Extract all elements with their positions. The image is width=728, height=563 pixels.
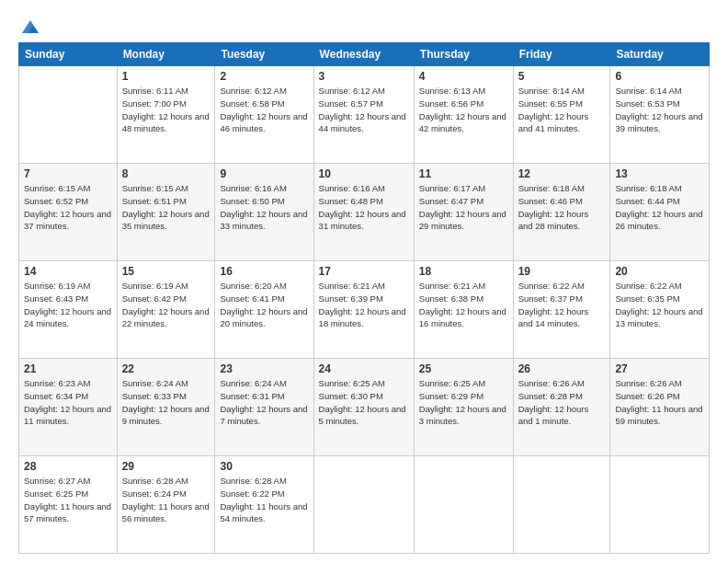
sunset-text: Sunset: 6:56 PM (419, 98, 508, 110)
daylight-text: Daylight: 11 hours and 56 minutes. (122, 500, 210, 526)
calendar-cell: 16Sunrise: 6:20 AMSunset: 6:41 PMDayligh… (215, 261, 313, 359)
calendar-cell: 11Sunrise: 6:17 AMSunset: 6:47 PMDayligh… (414, 164, 513, 261)
calendar-header: SundayMondayTuesdayWednesdayThursdayFrid… (19, 43, 710, 66)
sunset-text: Sunset: 6:48 PM (319, 195, 409, 208)
sunrise-text: Sunrise: 6:12 AM (319, 85, 409, 98)
cell-detail: Sunrise: 6:20 AMSunset: 6:41 PMDaylight:… (220, 280, 308, 330)
sunrise-text: Sunrise: 6:27 AM (24, 475, 112, 488)
day-number: 25 (419, 362, 508, 375)
sunrise-text: Sunrise: 6:11 AM (122, 85, 210, 98)
cell-detail: Sunrise: 6:16 AMSunset: 6:50 PMDaylight:… (220, 182, 308, 233)
cell-detail: Sunrise: 6:26 AMSunset: 6:28 PMDaylight:… (518, 377, 606, 428)
sunset-text: Sunset: 6:24 PM (122, 488, 210, 500)
calendar-cell: 23Sunrise: 6:24 AMSunset: 6:31 PMDayligh… (215, 359, 313, 456)
calendar-cell: 28Sunrise: 6:27 AMSunset: 6:25 PMDayligh… (19, 456, 118, 554)
calendar-cell: 12Sunrise: 6:18 AMSunset: 6:46 PMDayligh… (513, 164, 610, 261)
daylight-text: Daylight: 12 hours and 11 minutes. (24, 403, 112, 429)
daylight-text: Daylight: 12 hours and 41 minutes. (518, 110, 606, 136)
sunset-text: Sunset: 6:44 PM (615, 195, 704, 208)
calendar-cell (414, 456, 513, 554)
calendar-cell: 1Sunrise: 6:11 AMSunset: 7:00 PMDaylight… (117, 66, 215, 164)
daylight-text: Daylight: 12 hours and 37 minutes. (24, 208, 112, 234)
day-number: 14 (24, 265, 112, 278)
calendar-cell: 15Sunrise: 6:19 AMSunset: 6:42 PMDayligh… (117, 261, 215, 359)
day-number: 12 (518, 167, 606, 180)
calendar-cell: 27Sunrise: 6:26 AMSunset: 6:26 PMDayligh… (610, 359, 710, 456)
calendar-cell (610, 456, 710, 554)
sunrise-text: Sunrise: 6:26 AM (518, 377, 606, 390)
weekday-header-wednesday: Wednesday (313, 43, 414, 66)
calendar-cell: 26Sunrise: 6:26 AMSunset: 6:28 PMDayligh… (513, 359, 610, 456)
cell-detail: Sunrise: 6:28 AMSunset: 6:22 PMDaylight:… (220, 475, 308, 525)
cell-detail: Sunrise: 6:18 AMSunset: 6:46 PMDaylight:… (518, 182, 606, 233)
weekday-header-friday: Friday (513, 43, 610, 66)
sunrise-text: Sunrise: 6:23 AM (24, 377, 112, 390)
day-number: 3 (319, 70, 409, 83)
sunrise-text: Sunrise: 6:28 AM (122, 475, 210, 488)
daylight-text: Daylight: 11 hours and 54 minutes. (220, 500, 308, 526)
cell-detail: Sunrise: 6:25 AMSunset: 6:29 PMDaylight:… (419, 377, 508, 428)
daylight-text: Daylight: 12 hours and 29 minutes. (419, 208, 508, 234)
calendar-cell: 29Sunrise: 6:28 AMSunset: 6:24 PMDayligh… (117, 456, 215, 554)
daylight-text: Daylight: 12 hours and 46 minutes. (220, 110, 308, 136)
calendar-cell: 2Sunrise: 6:12 AMSunset: 6:58 PMDaylight… (215, 66, 313, 164)
calendar-week-row: 7Sunrise: 6:15 AMSunset: 6:52 PMDaylight… (19, 164, 710, 261)
sunset-text: Sunset: 6:47 PM (419, 195, 508, 208)
day-number: 2 (220, 70, 308, 83)
calendar-page: SundayMondayTuesdayWednesdayThursdayFrid… (0, 0, 728, 563)
sunrise-text: Sunrise: 6:14 AM (615, 85, 704, 98)
cell-detail: Sunrise: 6:16 AMSunset: 6:48 PMDaylight:… (319, 182, 409, 233)
sunrise-text: Sunrise: 6:25 AM (419, 377, 508, 390)
sunrise-text: Sunrise: 6:12 AM (220, 85, 308, 98)
daylight-text: Daylight: 12 hours and 31 minutes. (319, 208, 409, 234)
sunrise-text: Sunrise: 6:17 AM (419, 182, 508, 195)
day-number: 24 (319, 362, 409, 375)
calendar-week-row: 28Sunrise: 6:27 AMSunset: 6:25 PMDayligh… (19, 456, 710, 554)
sunrise-text: Sunrise: 6:15 AM (24, 182, 112, 195)
sunset-text: Sunset: 6:37 PM (518, 293, 606, 305)
sunrise-text: Sunrise: 6:15 AM (122, 182, 210, 195)
calendar-cell: 24Sunrise: 6:25 AMSunset: 6:30 PMDayligh… (313, 359, 414, 456)
cell-detail: Sunrise: 6:11 AMSunset: 7:00 PMDaylight:… (122, 85, 210, 135)
sunrise-text: Sunrise: 6:18 AM (518, 182, 606, 195)
calendar-cell: 19Sunrise: 6:22 AMSunset: 6:37 PMDayligh… (513, 261, 610, 359)
sunset-text: Sunset: 6:31 PM (220, 390, 308, 403)
weekday-header-monday: Monday (117, 43, 215, 66)
sunset-text: Sunset: 6:53 PM (615, 98, 704, 110)
sunset-text: Sunset: 6:42 PM (122, 293, 210, 305)
daylight-text: Daylight: 12 hours and 28 minutes. (518, 208, 606, 234)
calendar-cell: 22Sunrise: 6:24 AMSunset: 6:33 PMDayligh… (117, 359, 215, 456)
day-number: 4 (419, 70, 508, 83)
calendar-cell: 7Sunrise: 6:15 AMSunset: 6:52 PMDaylight… (19, 164, 118, 261)
daylight-text: Daylight: 11 hours and 59 minutes. (615, 403, 704, 429)
daylight-text: Daylight: 12 hours and 35 minutes. (122, 208, 210, 234)
daylight-text: Daylight: 12 hours and 24 minutes. (24, 305, 112, 331)
day-number: 18 (419, 265, 508, 278)
sunset-text: Sunset: 6:38 PM (419, 293, 508, 305)
calendar-cell: 10Sunrise: 6:16 AMSunset: 6:48 PMDayligh… (313, 164, 414, 261)
logo-icon (20, 17, 40, 37)
sunset-text: Sunset: 6:50 PM (220, 195, 308, 208)
sunset-text: Sunset: 6:35 PM (615, 293, 704, 305)
day-number: 8 (122, 167, 210, 180)
cell-detail: Sunrise: 6:26 AMSunset: 6:26 PMDaylight:… (615, 377, 704, 428)
sunset-text: Sunset: 6:41 PM (220, 293, 308, 305)
calendar-cell: 21Sunrise: 6:23 AMSunset: 6:34 PMDayligh… (19, 359, 118, 456)
calendar-cell (19, 66, 118, 164)
calendar-cell: 8Sunrise: 6:15 AMSunset: 6:51 PMDaylight… (117, 164, 215, 261)
sunrise-text: Sunrise: 6:22 AM (518, 280, 606, 293)
sunrise-text: Sunrise: 6:18 AM (615, 182, 704, 195)
day-number: 9 (220, 167, 308, 180)
daylight-text: Daylight: 12 hours and 22 minutes. (122, 305, 210, 331)
daylight-text: Daylight: 12 hours and 3 minutes. (419, 403, 508, 429)
cell-detail: Sunrise: 6:18 AMSunset: 6:44 PMDaylight:… (615, 182, 704, 233)
day-number: 1 (122, 70, 210, 83)
daylight-text: Daylight: 12 hours and 13 minutes. (615, 305, 704, 331)
sunset-text: Sunset: 6:52 PM (24, 195, 112, 208)
cell-detail: Sunrise: 6:12 AMSunset: 6:57 PMDaylight:… (319, 85, 409, 135)
day-number: 13 (615, 167, 704, 180)
day-number: 15 (122, 265, 210, 278)
calendar-cell: 30Sunrise: 6:28 AMSunset: 6:22 PMDayligh… (215, 456, 313, 554)
sunrise-text: Sunrise: 6:24 AM (220, 377, 308, 390)
day-number: 17 (319, 265, 409, 278)
